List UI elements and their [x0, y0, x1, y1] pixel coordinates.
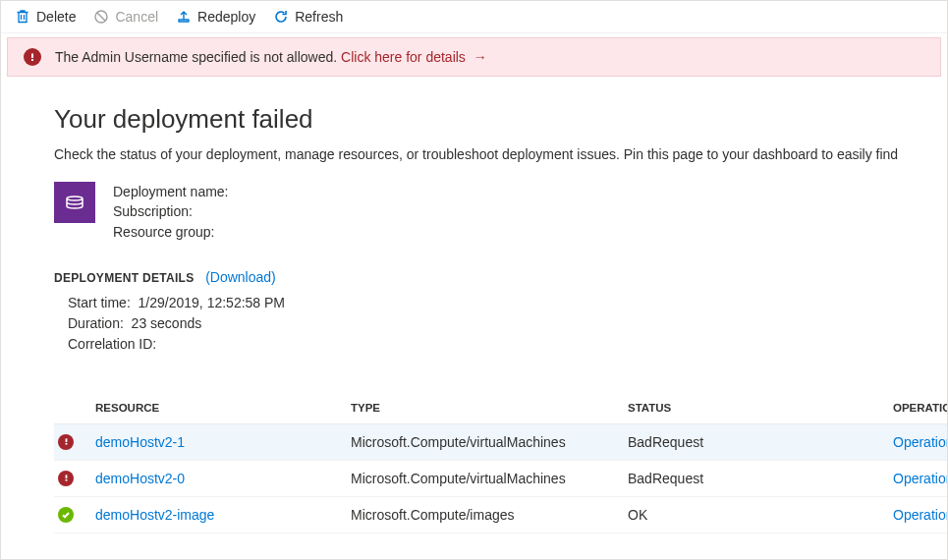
svg-rect-2 [31, 59, 33, 61]
arrow-right-icon: → [470, 49, 487, 65]
delete-button[interactable]: Delete [15, 9, 76, 25]
meta-subscription: Subscription: [113, 201, 229, 221]
resource-status: OK [628, 507, 893, 523]
success-status-icon [58, 507, 74, 523]
deployment-meta-text: Deployment name: Subscription: Resource … [113, 182, 229, 242]
error-status-icon [58, 434, 74, 450]
resource-table: Resource Type Status Operation d demoHos… [54, 392, 947, 533]
error-alert: The Admin Username specified is not allo… [7, 37, 941, 77]
table-row[interactable]: demoHostv2-image Microsoft.Compute/image… [54, 497, 947, 533]
col-operation: Operation d [893, 402, 948, 414]
duration-value: 23 seconds [132, 315, 202, 331]
duration-label: Duration: [68, 313, 124, 334]
col-status: Status [628, 402, 893, 414]
meta-resource-group: Resource group: [113, 222, 229, 242]
meta-deployment-name: Deployment name: [113, 182, 229, 201]
redeploy-label: Redeploy [197, 9, 255, 25]
resource-status: BadRequest [628, 471, 893, 486]
svg-rect-5 [65, 476, 67, 479]
start-time-value: 1/29/2019, 12:52:58 PM [139, 295, 285, 310]
trash-icon [15, 9, 30, 25]
cancel-label: Cancel [115, 9, 158, 25]
details-header: DEPLOYMENT DETAILS [54, 271, 195, 285]
alert-text: The Admin Username specified is not allo… [55, 49, 487, 65]
svg-rect-3 [65, 439, 67, 443]
delete-label: Delete [36, 9, 76, 25]
cancel-button: Cancel [93, 9, 158, 25]
table-row[interactable]: demoHostv2-0 Microsoft.Compute/virtualMa… [54, 461, 947, 497]
toolbar: Delete Cancel Redeploy Refresh [1, 1, 947, 33]
col-type: Type [351, 402, 628, 414]
resource-link[interactable]: demoHostv2-0 [95, 471, 351, 486]
table-row[interactable]: demoHostv2-1 Microsoft.Compute/virtualMa… [54, 424, 947, 461]
resource-link[interactable]: demoHostv2-image [95, 507, 351, 523]
main-content: Your deployment failed Check the status … [1, 77, 947, 533]
details-section: DEPLOYMENT DETAILS (Download) Start time… [54, 269, 947, 355]
page-title: Your deployment failed [54, 104, 947, 135]
error-badge-icon [24, 48, 41, 66]
operation-details-link[interactable]: Operation d [893, 507, 948, 523]
refresh-icon [273, 9, 289, 25]
resource-link[interactable]: demoHostv2-1 [95, 434, 351, 450]
resource-type: Microsoft.Compute/virtualMachines [351, 471, 628, 486]
svg-rect-4 [65, 443, 67, 445]
refresh-label: Refresh [295, 9, 343, 25]
operation-details-link[interactable]: Operation d [893, 471, 948, 486]
details-list: Start time: 1/29/2019, 12:52:58 PM Durat… [68, 293, 947, 355]
svg-rect-1 [31, 54, 33, 59]
col-resource: Resource [95, 402, 351, 414]
operation-details-link[interactable]: Operation d [893, 434, 948, 450]
redeploy-icon [176, 9, 192, 25]
resource-type: Microsoft.Compute/images [351, 507, 628, 523]
cancel-icon [93, 9, 109, 25]
svg-rect-6 [65, 479, 67, 481]
deployment-meta: Deployment name: Subscription: Resource … [54, 182, 947, 242]
start-time-label: Start time: [68, 293, 131, 313]
page-description: Check the status of your deployment, man… [54, 146, 947, 162]
table-header: Resource Type Status Operation d [54, 392, 947, 424]
error-status-icon [58, 471, 74, 486]
deployment-icon [54, 182, 95, 223]
download-link[interactable]: (Download) [197, 270, 276, 285]
resource-status: BadRequest [628, 434, 893, 450]
refresh-button[interactable]: Refresh [273, 9, 343, 25]
correlation-label: Correlation ID: [68, 334, 156, 355]
resource-type: Microsoft.Compute/virtualMachines [351, 434, 628, 450]
redeploy-button[interactable]: Redeploy [176, 9, 255, 25]
alert-details-link[interactable]: Click here for details → [341, 49, 487, 65]
